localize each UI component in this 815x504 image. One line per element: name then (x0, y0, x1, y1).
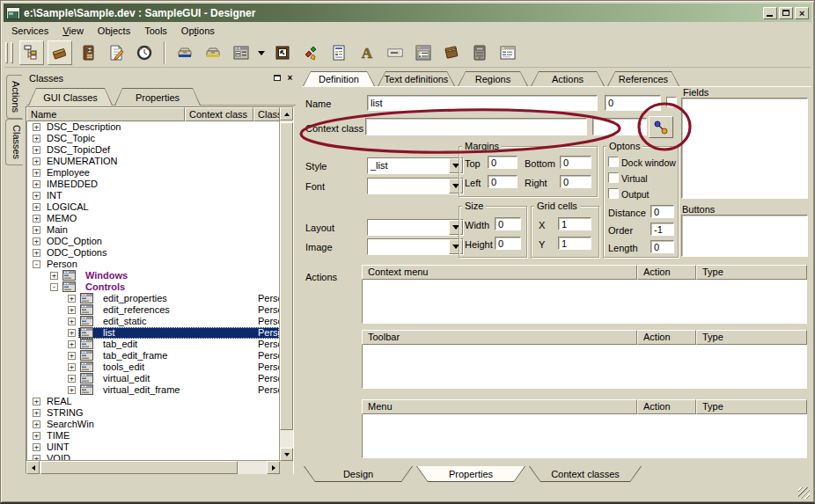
scroll-up-button[interactable] (280, 107, 293, 121)
expand-expander[interactable]: + (33, 157, 40, 165)
font-combo[interactable] (367, 178, 464, 194)
tab-text-definitions[interactable]: Text definitions (378, 71, 455, 86)
toolbar-grip2[interactable] (11, 42, 13, 63)
tree-item-tab_edit[interactable]: +tab_editPerson (27, 339, 279, 350)
toolbar-grip[interactable] (5, 42, 8, 63)
length-input[interactable] (650, 240, 674, 253)
tree-item-UINT[interactable]: +UINT (27, 442, 279, 453)
window-form-button[interactable] (496, 40, 520, 65)
server-button[interactable] (467, 40, 492, 65)
width-input[interactable] (495, 217, 521, 230)
expand-expander[interactable]: + (68, 340, 76, 348)
expand-expander[interactable]: + (68, 306, 76, 314)
tab-context-classes[interactable]: Context classes (529, 466, 642, 482)
vertical-scroll-thumb[interactable] (280, 122, 293, 430)
column-header-class[interactable]: Class (253, 107, 280, 121)
expand-expander[interactable]: + (33, 443, 40, 451)
tree-item-INT[interactable]: +INT (27, 190, 279, 201)
menu-options[interactable]: Options (174, 24, 222, 38)
expand-expander[interactable]: + (33, 203, 40, 211)
menu-view[interactable]: View (55, 24, 91, 38)
style-combo[interactable]: _list (367, 157, 464, 174)
collapse-expander[interactable]: - (33, 260, 40, 268)
collapse-expander[interactable]: - (50, 283, 58, 291)
close-button[interactable]: × (795, 7, 809, 19)
drawer-blue-button[interactable] (173, 40, 197, 65)
paint-objects-button[interactable] (298, 40, 323, 65)
close-panel-button[interactable]: × (284, 72, 296, 84)
class-tree[interactable]: +DSC_Description+DSC_Topic+DSC_TopicDef+… (26, 121, 280, 461)
tree-item-virtual_edit_frame[interactable]: +virtual_edit_framePerson (27, 384, 279, 396)
tree-item-Controls[interactable]: -Controls (27, 281, 279, 293)
tree-item-TIME[interactable]: +TIME (27, 430, 279, 442)
grid-y-input[interactable] (558, 237, 591, 250)
margin-left-input[interactable] (488, 175, 518, 188)
fields-listbox[interactable] (681, 98, 808, 199)
context-class-input[interactable] (365, 118, 587, 135)
expand-expander[interactable]: + (33, 398, 40, 405)
tree-item-list[interactable]: +listPerson (27, 327, 279, 339)
tree-item-VOID[interactable]: +VOID (27, 453, 279, 461)
image-frame-button[interactable] (270, 40, 295, 65)
layout-combo[interactable] (367, 219, 464, 236)
tree-item-ODC_Options[interactable]: +ODC_Options (27, 247, 279, 259)
tree-item-STRING[interactable]: +STRING (27, 407, 279, 419)
expand-expander[interactable]: + (33, 180, 40, 188)
class-hierarchy-button[interactable] (19, 40, 44, 65)
menu-column[interactable]: Menu (362, 399, 637, 414)
form-grid-button[interactable] (229, 40, 253, 65)
scroll-left-button[interactable] (26, 461, 40, 474)
action-column[interactable]: Action (637, 330, 696, 345)
expand-expander[interactable]: + (68, 363, 76, 371)
tab-definition[interactable]: Definition (303, 71, 375, 86)
tree-item-Person[interactable]: -Person (27, 259, 279, 270)
margin-right-input[interactable] (560, 175, 591, 188)
tree-item-LOGICAL[interactable]: +LOGICAL (27, 201, 279, 213)
name-checkbox[interactable] (666, 97, 677, 107)
expand-expander[interactable]: + (68, 375, 76, 383)
type-column[interactable]: Type (696, 330, 807, 345)
expand-expander[interactable]: + (68, 352, 76, 360)
expand-expander[interactable]: + (33, 146, 40, 154)
name-number-input[interactable] (605, 95, 661, 111)
tree-item-REAL[interactable]: +REAL (27, 396, 279, 407)
scroll-down-button[interactable] (280, 448, 293, 461)
context-menu-table-body[interactable] (362, 280, 807, 324)
tree-item-virtual_edit[interactable]: +virtual_editPerson (27, 373, 279, 384)
menu-services[interactable]: Services (4, 24, 55, 38)
expand-expander[interactable]: + (33, 409, 40, 417)
image-combo[interactable] (367, 238, 464, 255)
distance-input[interactable] (650, 205, 674, 218)
tree-item-DSC_TopicDef[interactable]: +DSC_TopicDef (27, 144, 279, 156)
book-button[interactable] (439, 40, 464, 65)
address-book-button[interactable] (76, 40, 100, 65)
tree-item-edit_static[interactable]: +edit_staticPerson (27, 316, 279, 327)
tab-gui-classes[interactable]: GUI Classes (28, 88, 113, 106)
tree-vertical-scrollbar[interactable] (280, 107, 293, 461)
expand-expander[interactable]: + (68, 386, 76, 394)
tree-item-Main[interactable]: +Main (27, 224, 279, 236)
toolbar-table-body[interactable] (362, 345, 807, 389)
height-input[interactable] (495, 237, 521, 250)
expand-expander[interactable]: + (33, 249, 40, 257)
font-button[interactable]: A (355, 40, 379, 65)
margin-top-input[interactable] (488, 156, 518, 169)
expand-expander[interactable]: + (33, 455, 40, 461)
expand-expander[interactable]: + (68, 318, 76, 325)
order-input[interactable] (650, 223, 674, 236)
tree-item-tools_edit[interactable]: +tools_editPerson (27, 362, 279, 373)
tab-references[interactable]: References (607, 71, 679, 86)
minimize-button[interactable] (763, 7, 777, 19)
virtual-checkbox[interactable] (608, 172, 619, 183)
eraser-button[interactable] (48, 40, 72, 65)
report-button[interactable] (327, 40, 351, 65)
tree-item-MEMO[interactable]: +MEMO (27, 213, 279, 224)
tree-item-SearchWin[interactable]: +SearchWin (27, 419, 279, 430)
type-column[interactable]: Type (696, 399, 807, 414)
dock-tab-classes[interactable]: Classes (5, 119, 23, 165)
dock-tab-actions[interactable]: Actions (6, 75, 22, 119)
margin-bottom-input[interactable] (560, 156, 591, 169)
tree-item-ENUMERATION[interactable]: +ENUMERATION (27, 156, 279, 167)
expand-expander[interactable]: + (33, 420, 40, 428)
menu-objects[interactable]: Objects (91, 24, 137, 38)
